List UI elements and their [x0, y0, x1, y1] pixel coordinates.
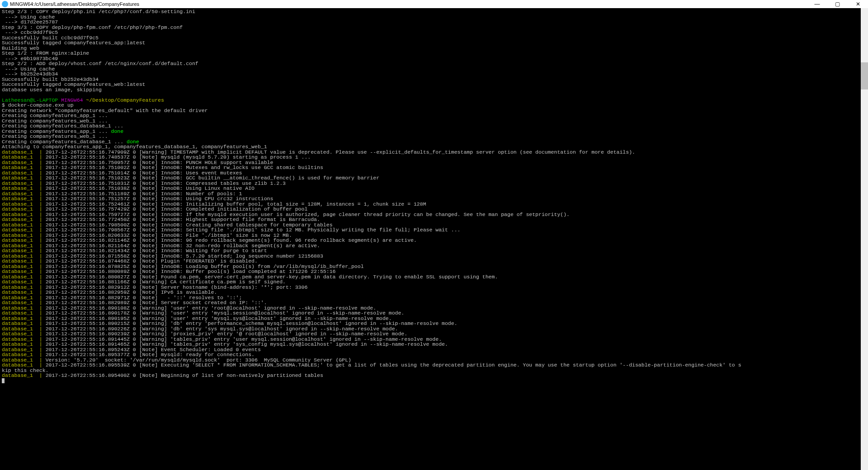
terminal-output[interactable]: Step 2/3 : COPY deploy/php.ini /etc/php7…	[0, 8, 868, 470]
maximize-button[interactable]: ▢	[827, 0, 848, 8]
container-prefix: database_1 |	[2, 372, 42, 378]
minimize-button[interactable]: —	[807, 0, 827, 8]
log-line: 2017-12-26T22:55:16.895400Z 0 [Note] Beg…	[46, 372, 323, 378]
terminal-cursor	[2, 378, 5, 383]
scrollbar-vertical[interactable]	[861, 8, 868, 470]
log-line: 2017-12-26T22:55:16.895539Z 0 [Note] Exe…	[46, 362, 741, 368]
done-label: done	[111, 128, 124, 134]
build-line: database uses an image, skipping	[2, 87, 102, 93]
window-title: MINGW64:/c/Users/Latheesan/Desktop/Compa…	[10, 2, 807, 7]
scroll-thumb[interactable]	[861, 62, 868, 89]
close-button[interactable]: ✕	[848, 0, 868, 8]
mintty-icon	[2, 1, 8, 7]
window-controls: — ▢ ✕	[807, 0, 868, 8]
window-titlebar: MINGW64:/c/Users/Latheesan/Desktop/Compa…	[0, 0, 868, 8]
prompt-path: ~/Desktop/CompanyFeatures	[86, 97, 164, 103]
